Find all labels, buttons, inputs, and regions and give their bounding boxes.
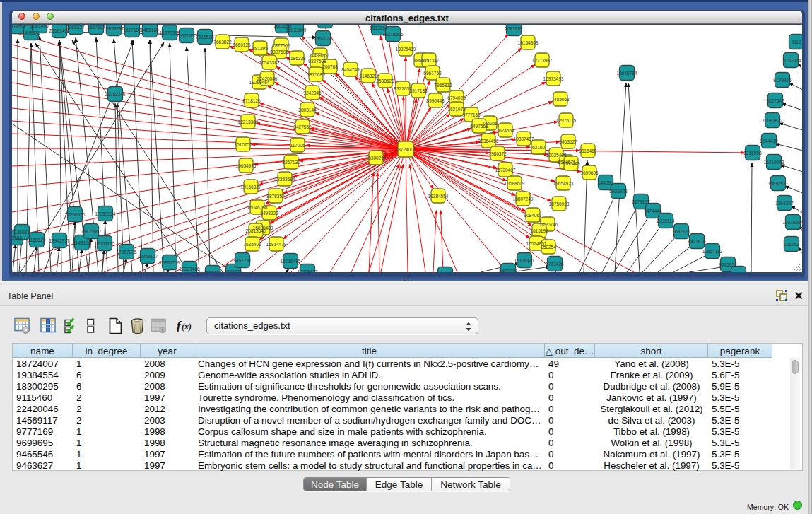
svg-text:17359924: 17359924 [95, 211, 116, 216]
svg-text:1145194: 1145194 [73, 240, 91, 245]
svg-text:9474444: 9474444 [644, 209, 662, 214]
svg-text:8878352: 8878352 [266, 194, 285, 199]
svg-text:(x): (x) [182, 322, 192, 332]
svg-text:9699695: 9699695 [580, 170, 599, 175]
svg-text:6466160: 6466160 [141, 28, 159, 33]
svg-text:7625402: 7625402 [243, 242, 261, 247]
svg-text:18724007: 18724007 [396, 147, 416, 152]
svg-text:3624554: 3624554 [496, 128, 514, 133]
svg-text:7515526: 7515526 [196, 35, 214, 40]
svg-text:9227342: 9227342 [766, 98, 784, 103]
svg-text:9327508: 9327508 [308, 59, 326, 64]
svg-text:8186328: 8186328 [288, 56, 306, 61]
svg-text:144095: 144095 [598, 180, 613, 185]
svg-text:2081406: 2081406 [30, 25, 49, 28]
svg-text:18807249: 18807249 [513, 197, 534, 201]
svg-text:1065327: 1065327 [66, 25, 85, 30]
svg-text:15720407: 15720407 [495, 168, 516, 173]
svg-text:891295: 891295 [252, 46, 268, 51]
svg-text:12093822: 12093822 [763, 118, 783, 123]
svg-text:8267130: 8267130 [282, 160, 300, 165]
svg-text:8813054: 8813054 [370, 25, 388, 30]
svg-text:39154: 39154 [12, 235, 22, 240]
svg-text:8990448: 8990448 [426, 98, 445, 103]
svg-text:10853287: 10853287 [104, 26, 124, 31]
svg-text:2718126: 2718126 [242, 98, 261, 103]
svg-text:12353594: 12353594 [275, 177, 295, 182]
svg-text:10756928: 10756928 [549, 201, 570, 206]
svg-text:19654923: 19654923 [553, 181, 574, 186]
svg-text:3917183: 3917183 [409, 88, 428, 93]
svg-text:2066449: 2066449 [562, 161, 580, 166]
svg-text:10973493: 10973493 [543, 76, 564, 81]
svg-text:7986372: 7986372 [488, 151, 507, 156]
svg-text:1621072: 1621072 [447, 107, 466, 112]
svg-text:9777169: 9777169 [462, 112, 481, 117]
svg-text:20053346: 20053346 [105, 92, 126, 97]
svg-text:9245652: 9245652 [719, 262, 737, 267]
svg-text:8489709: 8489709 [499, 269, 517, 273]
svg-text:8427552: 8427552 [293, 124, 312, 129]
svg-text:6794028: 6794028 [447, 95, 466, 100]
svg-text:15136141: 15136141 [514, 258, 535, 263]
svg-text:9457791: 9457791 [233, 258, 252, 263]
svg-text:6961758: 6961758 [423, 71, 442, 76]
svg-text:9084067: 9084067 [524, 213, 542, 218]
svg-text:8454749: 8454749 [341, 67, 360, 72]
svg-text:10807487: 10807487 [514, 136, 534, 141]
svg-text:7955812: 7955812 [434, 83, 452, 88]
svg-text:1527607: 1527607 [87, 25, 105, 30]
svg-text:16033809: 16033809 [286, 28, 307, 33]
svg-text:5938928: 5938928 [609, 189, 628, 194]
svg-text:10654925: 10654925 [236, 163, 257, 168]
svg-text:9327506: 9327506 [270, 49, 288, 54]
svg-text:903557: 903557 [12, 25, 25, 29]
svg-text:15751074: 15751074 [781, 58, 801, 63]
svg-text:1405571: 1405571 [22, 30, 40, 35]
svg-text:117006: 117006 [290, 143, 305, 148]
svg-text:16210643: 16210643 [764, 160, 784, 165]
svg-text:19166827: 19166827 [241, 185, 261, 189]
svg-text:19218506: 19218506 [383, 32, 404, 37]
svg-text:1010755: 1010755 [234, 142, 252, 147]
svg-text:9242845: 9242845 [303, 90, 322, 95]
svg-text:7485063: 7485063 [551, 97, 570, 102]
svg-text:12213389: 12213389 [238, 119, 259, 124]
svg-text:7632621: 7632621 [672, 229, 690, 234]
svg-text:1112: 1112 [792, 40, 801, 45]
svg-text:8471676: 8471676 [688, 239, 706, 244]
svg-text:15157347: 15157347 [419, 58, 440, 63]
svg-text:9115460: 9115460 [579, 148, 597, 153]
svg-text:8215958: 8215958 [743, 151, 762, 156]
svg-text:12213967: 12213967 [532, 58, 553, 63]
svg-text:9146821: 9146821 [359, 74, 377, 78]
svg-text:1733426: 1733426 [546, 262, 564, 267]
svg-text:16782759: 16782759 [160, 260, 180, 265]
svg-text:9463627: 9463627 [559, 139, 577, 144]
svg-text:10688609: 10688609 [505, 181, 525, 186]
svg-text:19384554: 19384554 [428, 194, 449, 199]
svg-text:19975867: 19975867 [81, 229, 102, 234]
svg-text:12975115: 12975115 [556, 118, 577, 123]
svg-text:20813640: 20813640 [246, 228, 266, 233]
svg-text:10228452: 10228452 [298, 269, 318, 273]
svg-text:15692971: 15692971 [768, 181, 789, 186]
svg-text:7663822: 7663822 [213, 40, 232, 45]
svg-text:16046798: 16046798 [247, 205, 268, 210]
svg-text:3875685: 3875685 [307, 72, 325, 77]
svg-text:15300293: 15300293 [366, 156, 387, 160]
svg-text:10671355: 10671355 [177, 33, 197, 38]
svg-text:5498222: 5498222 [260, 211, 278, 216]
svg-text:10025438: 10025438 [546, 153, 567, 158]
svg-text:2588520: 2588520 [376, 78, 394, 83]
svg-text:9129966: 9129966 [773, 78, 792, 83]
svg-text:17957225: 17957225 [117, 250, 137, 255]
svg-text:1569297: 1569297 [775, 201, 794, 206]
svg-text:16154808: 16154808 [518, 40, 539, 45]
svg-text:2087682: 2087682 [505, 26, 523, 31]
svg-text:12505135: 12505135 [95, 241, 115, 246]
svg-text:6179197: 6179197 [632, 199, 650, 204]
svg-text:135081: 135081 [14, 230, 30, 235]
svg-text:1839221: 1839221 [224, 269, 242, 273]
svg-text:16914479: 16914479 [266, 242, 287, 247]
